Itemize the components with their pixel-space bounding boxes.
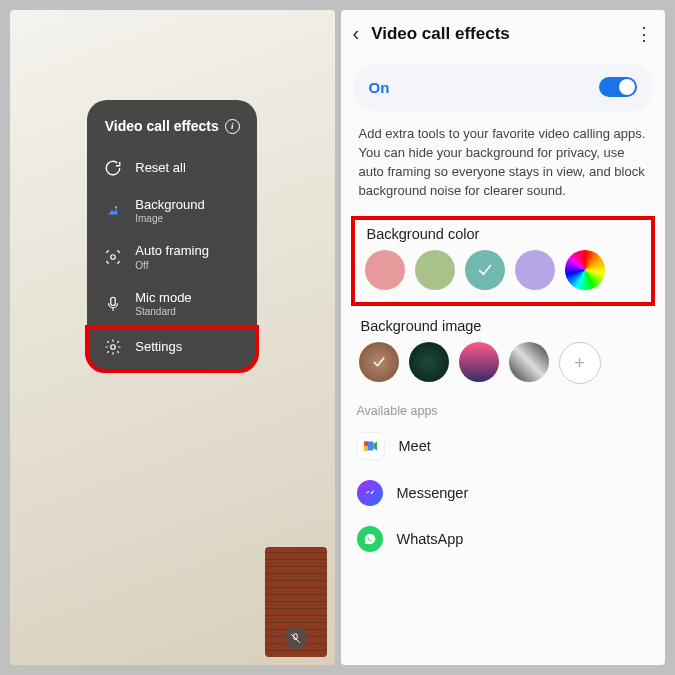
screenshot-pair: Video call effects i Reset all Backgroun… bbox=[0, 0, 675, 675]
bg-image-3[interactable] bbox=[459, 342, 499, 382]
reset-label: Reset all bbox=[135, 161, 241, 175]
master-toggle-card[interactable]: On bbox=[353, 63, 654, 111]
color-swatch-green[interactable] bbox=[415, 250, 455, 290]
svg-rect-2 bbox=[111, 297, 116, 305]
bg-image-2[interactable] bbox=[409, 342, 449, 382]
mic-muted-icon bbox=[285, 627, 307, 649]
whatsapp-icon bbox=[357, 526, 383, 552]
micmode-label: Mic mode bbox=[135, 291, 241, 305]
reset-icon bbox=[103, 158, 123, 178]
messenger-icon bbox=[357, 480, 383, 506]
micmode-sub: Standard bbox=[135, 306, 241, 317]
available-apps-subhead: Available apps bbox=[341, 390, 666, 422]
bgimage-title: Background image bbox=[357, 318, 650, 340]
background-image-section: Background image + bbox=[341, 310, 666, 390]
info-icon[interactable]: i bbox=[225, 119, 240, 134]
meet-icon bbox=[357, 432, 385, 460]
background-sub: Image bbox=[135, 213, 241, 224]
settings-item[interactable]: Settings bbox=[87, 327, 257, 371]
color-swatch-custom[interactable] bbox=[565, 250, 605, 290]
bgcolor-title: Background color bbox=[363, 226, 644, 248]
background-label: Background bbox=[135, 198, 241, 212]
background-color-section-highlighted: Background color bbox=[351, 216, 656, 306]
svg-point-0 bbox=[115, 206, 117, 208]
settings-header: ‹ Video call effects ⋮ bbox=[341, 10, 666, 55]
app-label: Messenger bbox=[397, 485, 469, 501]
bg-image-4[interactable] bbox=[509, 342, 549, 382]
toggle-knob bbox=[619, 79, 635, 95]
self-preview-thumbnail[interactable] bbox=[265, 547, 327, 657]
autoframing-item[interactable]: Auto framing Off bbox=[87, 234, 257, 280]
back-icon[interactable]: ‹ bbox=[353, 22, 360, 45]
camera-preview-pane: Video call effects i Reset all Backgroun… bbox=[10, 10, 335, 665]
mic-icon bbox=[103, 294, 123, 314]
app-label: Meet bbox=[399, 438, 431, 454]
gear-icon bbox=[103, 337, 123, 357]
svg-rect-6 bbox=[364, 442, 368, 447]
toggle-label: On bbox=[369, 79, 390, 96]
image-icon bbox=[103, 201, 123, 221]
svg-point-3 bbox=[111, 345, 116, 350]
background-item[interactable]: Background Image bbox=[87, 188, 257, 234]
autoframing-label: Auto framing bbox=[135, 244, 241, 258]
svg-point-1 bbox=[111, 255, 116, 260]
color-swatch-purple[interactable] bbox=[515, 250, 555, 290]
settings-pane: ‹ Video call effects ⋮ On Add extra tool… bbox=[341, 10, 666, 665]
image-thumbs-row: + bbox=[357, 340, 650, 386]
more-icon[interactable]: ⋮ bbox=[635, 23, 653, 45]
color-swatch-teal[interactable] bbox=[465, 250, 505, 290]
overlay-title-row: Video call effects i bbox=[87, 118, 257, 148]
svg-rect-7 bbox=[364, 446, 368, 451]
overlay-title: Video call effects bbox=[105, 118, 219, 134]
app-row-meet[interactable]: Meet bbox=[341, 422, 666, 470]
app-row-messenger[interactable]: Messenger bbox=[341, 470, 666, 516]
micmode-item[interactable]: Mic mode Standard bbox=[87, 281, 257, 327]
app-row-whatsapp[interactable]: WhatsApp bbox=[341, 516, 666, 562]
autoframing-sub: Off bbox=[135, 260, 241, 271]
effects-overlay-panel: Video call effects i Reset all Backgroun… bbox=[87, 100, 257, 371]
color-swatch-pink[interactable] bbox=[365, 250, 405, 290]
toggle-switch[interactable] bbox=[599, 77, 637, 97]
description-text: Add extra tools to your favorite video c… bbox=[341, 119, 666, 210]
bg-image-1[interactable] bbox=[359, 342, 399, 382]
app-label: WhatsApp bbox=[397, 531, 464, 547]
color-swatches-row bbox=[363, 248, 644, 292]
add-image-button[interactable]: + bbox=[559, 342, 601, 384]
reset-all-item[interactable]: Reset all bbox=[87, 148, 257, 188]
settings-label: Settings bbox=[135, 340, 241, 354]
page-title: Video call effects bbox=[371, 24, 623, 44]
autoframing-icon bbox=[103, 247, 123, 267]
